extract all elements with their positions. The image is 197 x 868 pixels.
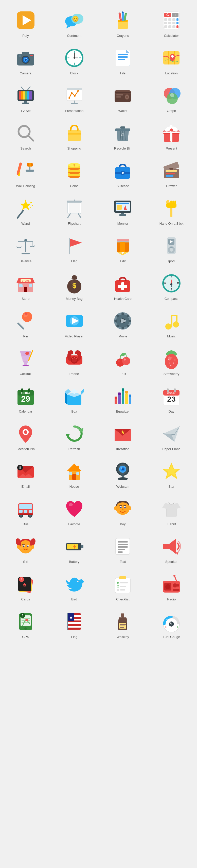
svg-point-338 xyxy=(121,507,122,508)
icon-videoplayer: Video Player xyxy=(51,306,97,341)
svg-point-240 xyxy=(76,358,77,359)
icon-girl-label: Girl xyxy=(23,560,28,564)
svg-rect-54 xyxy=(118,59,125,60)
svg-point-164 xyxy=(24,239,27,242)
icon-moneybag-label: Money Bag xyxy=(66,297,83,301)
icon-star-label: Star xyxy=(168,485,174,489)
icon-ipod: Ipod xyxy=(148,230,194,266)
icon-equalizer-label: Equalizer xyxy=(116,409,130,413)
svg-rect-308 xyxy=(72,474,76,480)
svg-point-219 xyxy=(122,327,124,329)
icon-phone-label: Phone xyxy=(69,372,79,376)
icon-tvset-label: TV Set xyxy=(21,109,31,113)
svg-rect-423 xyxy=(67,613,68,630)
svg-point-49 xyxy=(73,57,75,59)
svg-rect-29 xyxy=(168,25,171,28)
svg-rect-26 xyxy=(172,22,175,24)
svg-marker-267 xyxy=(81,389,84,395)
icon-battery: Battery xyxy=(51,531,97,566)
icon-radio: Radio xyxy=(148,569,194,604)
icon-recyclebin: ♻ Recycle Bin xyxy=(100,118,146,153)
svg-marker-306 xyxy=(67,464,82,471)
icon-day: FRIDAY 23 Day xyxy=(148,381,194,416)
icon-movie: Movie xyxy=(100,306,146,341)
svg-rect-275 xyxy=(122,391,124,404)
icon-crayons-label: Crayons xyxy=(117,34,129,38)
svg-rect-131 xyxy=(166,173,175,174)
icon-bus: Bus xyxy=(3,494,49,529)
svg-line-144 xyxy=(78,214,81,218)
icon-calculator: C + Calculator xyxy=(148,5,194,40)
svg-rect-151 xyxy=(119,214,126,216)
svg-point-74 xyxy=(68,97,70,99)
svg-rect-386 xyxy=(120,589,125,590)
icon-crayons: Crayons xyxy=(100,5,146,40)
svg-rect-133 xyxy=(169,168,173,169)
svg-rect-276 xyxy=(122,389,124,391)
icon-camera-label: Camera xyxy=(20,71,31,75)
icon-girl: Girl xyxy=(3,531,49,566)
svg-rect-286 xyxy=(174,389,176,392)
svg-rect-229 xyxy=(171,315,172,328)
svg-point-256 xyxy=(173,363,174,364)
svg-point-76 xyxy=(74,95,75,97)
svg-text:+: + xyxy=(174,13,176,17)
svg-point-244 xyxy=(121,352,126,357)
icon-videoplayer-label: Video Player xyxy=(65,334,84,338)
icon-calendar: FRIDAY 29 Calendar xyxy=(3,381,49,416)
svg-text:♠: ♠ xyxy=(23,581,26,588)
icon-phone: Phone xyxy=(51,343,97,378)
icon-gps: 3 GPS xyxy=(3,606,49,641)
svg-point-249 xyxy=(169,350,174,354)
svg-point-38 xyxy=(26,58,27,59)
icon-presentation: Presentation xyxy=(51,80,97,115)
icon-movie-label: Movie xyxy=(119,334,127,338)
svg-rect-65 xyxy=(23,91,25,99)
icon-graph: Graph xyxy=(148,80,194,115)
icon-webcam-label: Webcam xyxy=(117,485,129,489)
icon-webcam: Webcam xyxy=(100,456,146,491)
svg-rect-31 xyxy=(176,25,178,28)
svg-rect-52 xyxy=(118,54,128,55)
svg-rect-382 xyxy=(120,582,128,583)
svg-point-245 xyxy=(118,360,120,362)
icon-shopping: Shopping xyxy=(51,118,97,153)
svg-rect-272 xyxy=(114,397,117,399)
svg-rect-368 xyxy=(118,551,123,553)
icon-fuelgauge-label: Fuel Gauge xyxy=(163,635,180,639)
svg-rect-380 xyxy=(119,576,126,579)
svg-rect-232 xyxy=(23,365,29,366)
svg-rect-27 xyxy=(176,22,178,24)
icon-balance-label: Balance xyxy=(20,259,31,263)
svg-point-191 xyxy=(71,280,74,284)
svg-point-334 xyxy=(69,503,73,506)
icon-presentation-label: Presentation xyxy=(65,109,84,113)
svg-point-227 xyxy=(165,323,171,330)
svg-rect-398 xyxy=(173,589,179,591)
svg-rect-20 xyxy=(164,18,167,21)
svg-text:F: F xyxy=(177,625,179,629)
icon-speaker: Speaker xyxy=(148,531,194,566)
icon-play: Paly xyxy=(3,5,49,40)
svg-rect-24 xyxy=(164,22,167,24)
svg-rect-419 xyxy=(68,626,81,627)
icon-compass: N S W E Compass xyxy=(148,268,194,303)
svg-rect-333 xyxy=(20,514,32,515)
icon-box-label: Box xyxy=(71,409,77,413)
icon-clock: Clock xyxy=(51,43,97,78)
svg-line-94 xyxy=(28,135,33,141)
icon-boy: Boy xyxy=(100,494,146,529)
svg-point-136 xyxy=(30,202,32,204)
svg-line-353 xyxy=(23,544,24,545)
svg-text:C: C xyxy=(166,13,169,17)
svg-marker-369 xyxy=(163,539,176,554)
svg-text:3: 3 xyxy=(22,614,23,617)
svg-rect-364 xyxy=(118,541,128,542)
svg-rect-210 xyxy=(17,322,25,330)
svg-point-224 xyxy=(117,325,119,327)
svg-text:3: 3 xyxy=(21,578,23,581)
icon-handstick-label: Hand On a Stick xyxy=(160,222,184,225)
svg-rect-420 xyxy=(68,627,81,630)
svg-rect-64 xyxy=(21,91,23,99)
icon-monitor-label: Monitor xyxy=(118,222,128,225)
